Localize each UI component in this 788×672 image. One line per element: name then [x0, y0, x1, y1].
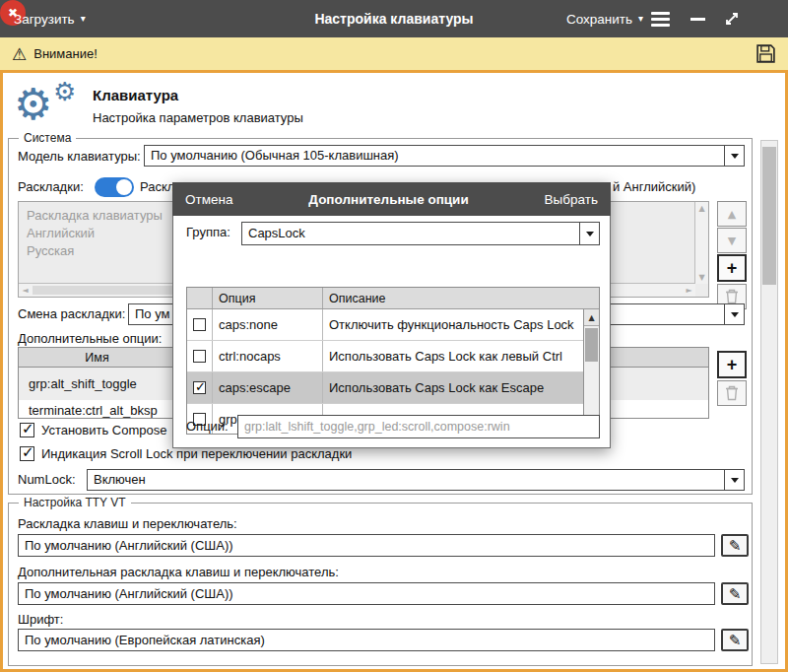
desc-column-header: Описание	[323, 288, 599, 308]
option-name: terminate:ctrl_alt_bksp	[29, 403, 158, 418]
options-select-table[interactable]: Опция Описание caps:none Отключить функц…	[186, 287, 600, 435]
extra-options-label: Дополнительные опции:	[18, 331, 162, 346]
tty-layout-input[interactable]	[18, 534, 715, 557]
expand-icon[interactable]	[720, 7, 744, 31]
layouts-text-left: Раскл	[140, 179, 174, 194]
trash-icon	[725, 289, 739, 304]
layouts-toggle[interactable]	[95, 177, 134, 197]
hamburger-menu-icon[interactable]	[648, 7, 672, 31]
chevron-down-icon	[586, 232, 594, 236]
option-checkbox[interactable]	[193, 350, 206, 363]
add-layout-button[interactable]: +	[717, 254, 747, 282]
option-desc: Использовать Caps Lock как Escape	[323, 372, 583, 403]
edit-button[interactable]: ✎	[721, 534, 749, 557]
option-name: ctrl:nocaps	[213, 341, 323, 371]
add-option-button[interactable]: +	[717, 351, 747, 378]
titlebar: Загрузить ▾ Настройка клавиатуры Сохрани…	[0, 0, 788, 37]
numlock-value: Включен	[94, 470, 722, 490]
warning-icon: ⚠	[12, 44, 27, 64]
keyboard-model-dropdown[interactable]: По умолчанию (Обычная 105-клавишная)	[144, 145, 745, 167]
cancel-button[interactable]: Отмена	[185, 192, 232, 207]
compose-checkbox-label: Установить Compose	[41, 423, 166, 437]
group-label: Группа:	[186, 225, 230, 239]
save-menu-label: Сохранить	[566, 12, 632, 27]
save-file-icon[interactable]	[755, 43, 776, 64]
dialog-titlebar: Отмена Дополнительные опции Выбрать	[172, 182, 611, 216]
system-legend: Система	[19, 131, 76, 145]
move-down-button[interactable]: ▼	[717, 228, 747, 253]
keyboard-settings-window: Загрузить ▾ Настройка клавиатуры Сохрани…	[0, 0, 788, 672]
numlock-dropdown[interactable]: Включен	[87, 469, 745, 491]
option-checkbox[interactable]	[193, 318, 206, 331]
option-name: caps:none	[213, 309, 323, 340]
table-header: Опция Описание	[187, 288, 599, 309]
group-value: CapsLock	[248, 223, 577, 244]
chevron-down-icon	[731, 478, 739, 483]
dialog-body: Группа: CapsLock Опция Описание caps:non…	[172, 216, 611, 448]
option-name: caps:escape	[213, 372, 323, 403]
scroll-down-icon[interactable]: ▼	[695, 271, 708, 284]
edit-button[interactable]: ✎	[721, 629, 749, 651]
dialog-title: Дополнительные опции	[308, 192, 468, 207]
compose-checkbox[interactable]	[20, 423, 34, 437]
scroll-up-icon[interactable]: ▲	[584, 309, 599, 326]
tty-extra-layout-label: Дополнительная раскладка клавиш и перекл…	[18, 565, 339, 579]
layouts-label: Раскладки:	[18, 179, 84, 194]
plus-icon: +	[727, 355, 738, 375]
chevron-down-icon	[731, 312, 739, 317]
plus-icon: +	[727, 258, 738, 279]
scroll-lock-checkbox[interactable]	[20, 446, 34, 461]
move-up-button[interactable]: ▲	[717, 201, 747, 227]
toggle-knob	[116, 179, 132, 195]
option-row[interactable]: ctrl:nocaps Использовать Caps Lock как л…	[187, 341, 583, 372]
layout-list-header: Раскладка клавиатуры	[27, 208, 163, 223]
up-arrow-icon: ▲	[728, 208, 736, 221]
warning-text: Внимание!	[33, 46, 98, 61]
chevron-down-icon	[731, 154, 739, 159]
options-string-input[interactable]	[237, 415, 600, 438]
name-column-header: Имя	[19, 348, 176, 368]
down-arrow-icon: ▼	[728, 235, 736, 247]
list-vertical-scrollbar[interactable]: ▲ ▼	[694, 202, 708, 284]
scrollbar-thumb[interactable]	[585, 328, 598, 362]
options-string-label: Опции:	[186, 419, 229, 434]
tty-layout-label: Раскладка клавиш и переключатель:	[18, 516, 237, 531]
tty-legend: Настройка TTY VT	[19, 496, 131, 509]
option-row[interactable]: caps:escape Использовать Caps Lock как E…	[187, 372, 583, 404]
option-name: grp:alt_shift_toggle	[29, 376, 137, 391]
scroll-right-icon[interactable]: ►	[683, 284, 695, 297]
trash-icon	[725, 385, 739, 401]
numlock-label: NumLock:	[18, 472, 76, 487]
minimize-icon[interactable]	[686, 7, 709, 31]
keyboard-model-label: Модель клавиатуры:	[18, 149, 141, 164]
select-button[interactable]: Выбрать	[545, 192, 598, 207]
extra-options-dialog: Отмена Дополнительные опции Выбрать Груп…	[172, 182, 611, 448]
tty-font-label: Шрифт:	[18, 612, 63, 627]
main-scrollbar[interactable]	[760, 140, 778, 664]
tty-font-input[interactable]	[18, 629, 715, 651]
list-item[interactable]: Английский	[27, 226, 95, 240]
page-subtitle: Настройка параметров клавиатуры	[93, 110, 303, 125]
option-row[interactable]: caps:none Отключить функциональность Cap…	[187, 309, 583, 341]
list-item[interactable]: Русская	[27, 243, 74, 258]
option-desc: Отключить функциональность Caps Lock	[323, 309, 583, 340]
option-checkbox[interactable]	[193, 381, 206, 394]
pencil-icon: ✎	[729, 632, 742, 649]
delete-option-button[interactable]	[717, 380, 747, 406]
group-dropdown[interactable]: CapsLock	[241, 222, 600, 245]
scrollbar-thumb[interactable]	[762, 147, 776, 285]
layouts-text-right: й Английский)	[613, 179, 695, 194]
pencil-icon: ✎	[729, 585, 742, 603]
page-title: Клавиатура	[93, 87, 178, 103]
edit-button[interactable]: ✎	[721, 582, 749, 605]
scroll-lock-checkbox-label: Индикация Scroll Lock при переключении р…	[41, 446, 352, 461]
scroll-left-icon[interactable]: ◄	[19, 284, 32, 297]
warning-bar: ⚠ Внимание!	[0, 37, 788, 70]
gear-icon: ⚙	[14, 83, 52, 126]
layout-switch-label: Смена раскладки:	[18, 306, 125, 321]
scroll-up-icon[interactable]: ▲	[695, 202, 708, 215]
tty-extra-layout-input[interactable]	[18, 582, 715, 605]
save-menu-button[interactable]: Сохранить ▾	[566, 0, 643, 37]
option-column-header: Опция	[213, 288, 323, 308]
option-desc: Использовать Caps Lock как левый Ctrl	[323, 341, 583, 371]
